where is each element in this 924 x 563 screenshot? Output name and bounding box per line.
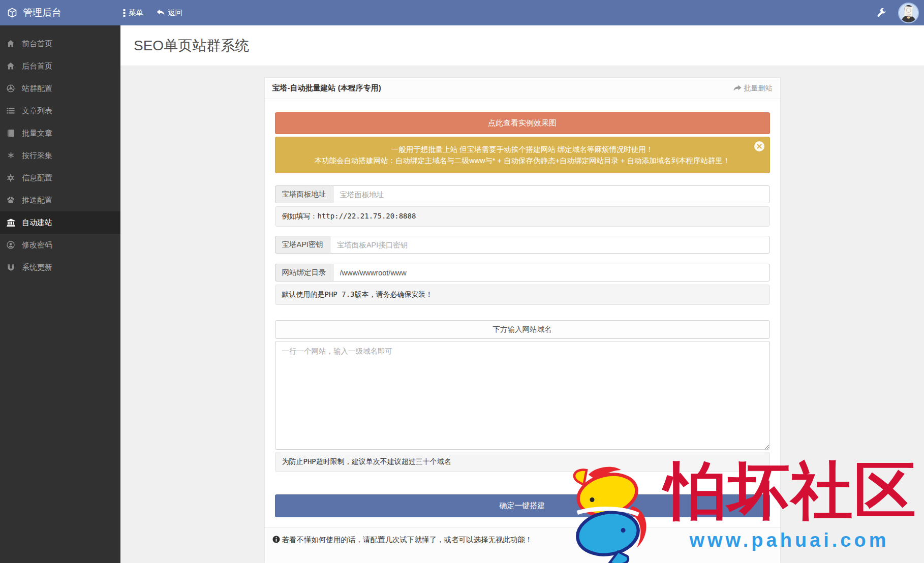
sidebar-item-site-group-config[interactable]: 站群配置 bbox=[0, 77, 120, 100]
list-icon bbox=[6, 107, 15, 115]
alert-line-1: 一般用于想批量上站 但宝塔需要手动挨个搭建网站 绑定域名等麻烦情况时使用！ bbox=[300, 144, 745, 155]
info-icon bbox=[272, 536, 280, 543]
navbar-links: 菜单 返回 bbox=[123, 8, 182, 18]
sidebar-item-line-collect[interactable]: 按行采集 bbox=[0, 144, 120, 167]
nav-back[interactable]: 返回 bbox=[157, 8, 182, 18]
page-header: SEO单页站群系统 bbox=[120, 25, 924, 66]
domains-help: 为防止PHP超时限制，建议单次不建议超过三十个域名 bbox=[275, 452, 770, 472]
panel-heading: 宝塔-自动批量建站 (本程序专用) 批量删站 bbox=[265, 78, 780, 99]
sidebar: 前台首页 后台首页 站群配置 文章列表 bbox=[0, 25, 120, 563]
panel-title: 宝塔-自动批量建站 (本程序专用) bbox=[272, 83, 381, 93]
panel-url-group: 宝塔面板地址 bbox=[275, 185, 770, 203]
home-icon bbox=[6, 40, 15, 48]
bind-dir-input[interactable] bbox=[333, 264, 770, 282]
footer-note: 若看不懂如何使用的话，请配置几次试下就懂了，或者可以选择无视此功能！ bbox=[282, 535, 533, 545]
example-image-button[interactable]: 点此查看实例效果图 bbox=[275, 112, 770, 134]
gear-icon bbox=[6, 174, 15, 182]
bank-icon bbox=[6, 218, 15, 227]
sidebar-item-admin-home[interactable]: 后台首页 bbox=[0, 55, 120, 77]
share-arrow-icon bbox=[733, 85, 742, 92]
back-arrow-icon bbox=[157, 9, 165, 16]
panel-footer: 若看不懂如何使用的话，请配置几次试下就懂了，或者可以选择无视此功能！ bbox=[265, 527, 780, 563]
page-title: SEO单页站群系统 bbox=[134, 36, 249, 55]
close-icon[interactable] bbox=[754, 141, 764, 151]
sidebar-item-auto-build[interactable]: 自动建站 bbox=[0, 211, 120, 234]
panel-url-label: 宝塔面板地址 bbox=[275, 185, 333, 203]
panel-url-input[interactable] bbox=[333, 185, 770, 203]
submit-build-button[interactable]: 确定一键搭建 bbox=[275, 494, 770, 517]
notice-alert: 一般用于想批量上站 但宝塔需要手动挨个搭建网站 绑定域名等麻烦情况时使用！ 本功… bbox=[275, 137, 770, 173]
api-key-input[interactable] bbox=[330, 236, 770, 254]
sidebar-item-system-update[interactable]: 系统更新 bbox=[0, 256, 120, 278]
panel-body: 点此查看实例效果图 一般用于想批量上站 但宝塔需要手动挨个搭建网站 绑定域名等麻… bbox=[265, 99, 780, 517]
domains-textarea[interactable] bbox=[275, 341, 770, 450]
cube-icon bbox=[7, 8, 17, 18]
sidebar-item-info-config[interactable]: 信息配置 bbox=[0, 167, 120, 189]
main-area: SEO单页站群系统 宝塔-自动批量建站 (本程序专用) 批量删站 点此查看实例效… bbox=[120, 25, 924, 563]
menu-dots-icon bbox=[123, 9, 126, 17]
nav-menu[interactable]: 菜单 bbox=[123, 8, 143, 18]
bind-dir-label: 网站绑定目录 bbox=[275, 264, 333, 282]
brand-title: 管理后台 bbox=[23, 6, 61, 19]
panel-auto-build: 宝塔-自动批量建站 (本程序专用) 批量删站 点此查看实例效果图 一般用于想批量… bbox=[264, 77, 781, 563]
top-navbar: 管理后台 菜单 返回 bbox=[0, 0, 924, 25]
api-key-label: 宝塔API密钥 bbox=[275, 236, 330, 254]
content: 宝塔-自动批量建站 (本程序专用) 批量删站 点此查看实例效果图 一般用于想批量… bbox=[120, 66, 924, 563]
book-icon bbox=[6, 129, 15, 137]
user-circle-icon bbox=[6, 241, 15, 249]
batch-delete-link[interactable]: 批量删站 bbox=[733, 84, 773, 93]
globe-icon bbox=[6, 84, 15, 92]
navbar-right bbox=[876, 3, 924, 23]
home-icon bbox=[6, 62, 15, 70]
alert-line-2: 本功能会自动搭建网站：自动绑定主域名与二级www与* + 自动保存伪静态+自动绑… bbox=[300, 155, 745, 166]
sidebar-item-batch-articles[interactable]: 批量文章 bbox=[0, 122, 120, 144]
api-key-group: 宝塔API密钥 bbox=[275, 236, 770, 254]
avatar[interactable] bbox=[898, 3, 919, 23]
panel-url-help: 例如填写：http://22.21.75.20:8888 bbox=[275, 206, 770, 227]
sidebar-item-change-password[interactable]: 修改密码 bbox=[0, 234, 120, 256]
magnet-icon bbox=[6, 264, 15, 271]
bind-dir-group: 网站绑定目录 bbox=[275, 264, 770, 282]
asterisk-icon bbox=[6, 152, 15, 160]
brand[interactable]: 管理后台 bbox=[0, 6, 116, 19]
sidebar-item-article-list[interactable]: 文章列表 bbox=[0, 100, 120, 122]
sidebar-item-front-home[interactable]: 前台首页 bbox=[0, 33, 120, 55]
wrench-icon[interactable] bbox=[876, 8, 886, 18]
paw-icon bbox=[6, 196, 15, 204]
sidebar-item-push-config[interactable]: 推送配置 bbox=[0, 189, 120, 211]
domain-section-header: 下方输入网站域名 bbox=[275, 320, 770, 339]
bind-dir-help: 默认使用的是PHP 7.3版本，请务必确保安装！ bbox=[275, 285, 770, 305]
